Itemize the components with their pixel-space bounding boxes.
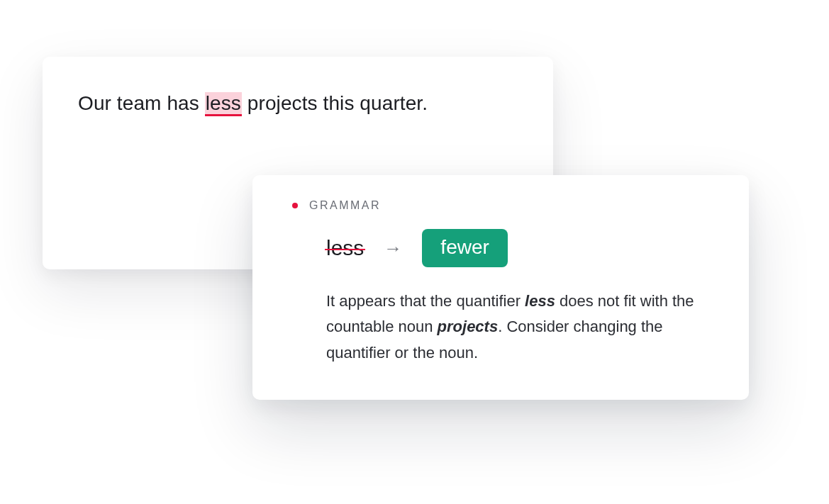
- category-dot-icon: [292, 203, 298, 208]
- sentence-pre: Our team has: [78, 92, 205, 114]
- arrow-right-icon: →: [384, 237, 402, 259]
- explanation-text: It appears that the quantifier less does…: [326, 289, 709, 366]
- sentence-post: projects this quarter.: [242, 92, 428, 114]
- explain-part: It appears that the quantifier: [326, 292, 525, 310]
- category-row: GRAMMAR: [292, 199, 709, 212]
- accept-suggestion-button[interactable]: fewer: [422, 229, 507, 267]
- explain-keyword: projects: [438, 318, 499, 335]
- original-word: less: [326, 236, 364, 260]
- suggestion-card: GRAMMAR less → fewer It appears that the…: [252, 175, 749, 400]
- replacement-row: less → fewer: [326, 229, 709, 267]
- sentence[interactable]: Our team has less projects this quarter.: [78, 89, 518, 117]
- category-label: GRAMMAR: [309, 199, 381, 212]
- flagged-word[interactable]: less: [205, 92, 242, 116]
- explain-keyword: less: [525, 292, 555, 310]
